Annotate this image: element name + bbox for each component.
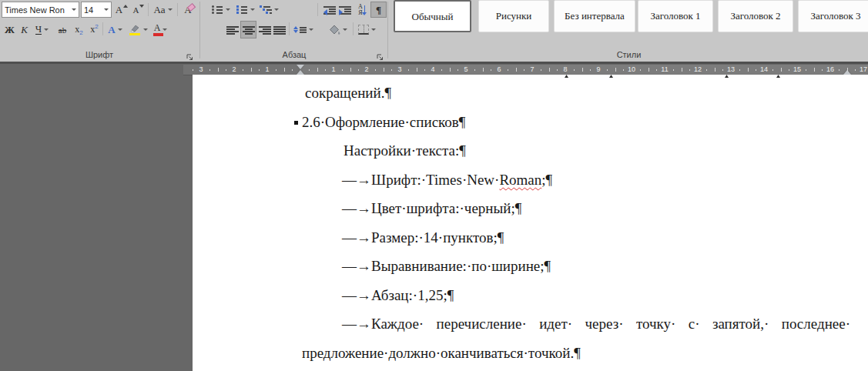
font-name-value: Times New Ron bbox=[5, 5, 69, 15]
bold-button[interactable]: Ж bbox=[2, 21, 17, 38]
ruler-tick bbox=[226, 69, 226, 71]
chevron-down-icon bbox=[143, 28, 148, 31]
bullets-button[interactable] bbox=[210, 2, 231, 18]
underline-button[interactable]: Ч bbox=[32, 21, 52, 38]
change-case-glyph: Aa bbox=[153, 4, 165, 16]
ribbon-group-paragraph: АЯ ¶ bbox=[202, 0, 387, 62]
font-color-glyph: А bbox=[154, 22, 161, 34]
ruler-tick bbox=[715, 68, 716, 72]
ruler-tick bbox=[384, 68, 384, 72]
ruler-tick bbox=[822, 69, 823, 71]
sort-button[interactable]: АЯ bbox=[354, 2, 370, 18]
shading-button[interactable] bbox=[326, 21, 350, 38]
font-color-button[interactable]: А bbox=[150, 21, 171, 38]
ruler-tick bbox=[375, 69, 376, 71]
style-card-6[interactable]: Заголовок 3 bbox=[798, 0, 868, 32]
styles-group-label: Стили bbox=[390, 50, 868, 59]
line-nastroyki-teksta: Настройки·текста:¶ bbox=[344, 141, 466, 160]
ruler-tick bbox=[342, 69, 343, 71]
ruler-tick bbox=[193, 69, 193, 71]
ruler-tick bbox=[847, 68, 848, 72]
line-shrift: —→Шрифт:·Times·New·Roman;¶ bbox=[342, 170, 552, 189]
clipped-text-descender bbox=[725, 75, 729, 78]
ruler-number: 16 bbox=[826, 65, 834, 73]
highlight-button[interactable] bbox=[127, 21, 149, 38]
font-dialog-launcher[interactable] bbox=[186, 51, 194, 59]
text-segment: ;¶ bbox=[541, 172, 552, 188]
line-spacing-icon bbox=[293, 26, 307, 34]
grow-font-button[interactable]: A bbox=[113, 2, 129, 18]
style-card-3[interactable]: Без интервала bbox=[554, 0, 635, 32]
paragraph-dialog-launcher[interactable] bbox=[376, 51, 384, 59]
strikethrough-button[interactable]: ab bbox=[54, 21, 71, 38]
style-card-4[interactable]: Заголовок 1 bbox=[638, 0, 713, 32]
ruler-tick bbox=[251, 68, 252, 72]
numbering-button[interactable] bbox=[235, 2, 256, 18]
chevron-down-icon bbox=[44, 28, 49, 31]
align-left-button[interactable] bbox=[226, 21, 239, 38]
subscript-mark: 2 bbox=[79, 29, 82, 36]
divider bbox=[148, 3, 149, 16]
chevron-down-icon bbox=[371, 28, 376, 31]
ruler-tick bbox=[524, 69, 524, 71]
align-center-button[interactable] bbox=[240, 21, 256, 38]
font-size-combobox[interactable]: 14 bbox=[81, 2, 112, 18]
align-right-button[interactable] bbox=[258, 21, 271, 38]
divider bbox=[102, 22, 103, 35]
document-page[interactable]: сокращений.¶2.6·Оформление·списков¶Настр… bbox=[193, 75, 868, 371]
ruler-tick bbox=[557, 69, 558, 71]
ruler-tick bbox=[855, 69, 856, 71]
clear-formatting-button[interactable]: A bbox=[179, 2, 196, 18]
decrease-indent-button[interactable] bbox=[323, 2, 337, 18]
line-spacing-button[interactable] bbox=[292, 21, 314, 38]
line-vyravnivanie: —→Выравнивание:·по·ширине;¶ bbox=[342, 256, 551, 276]
ruler-number: 12 bbox=[694, 65, 702, 73]
decrease-indent-icon bbox=[323, 5, 336, 15]
style-card-5[interactable]: Заголовок 2 bbox=[718, 0, 793, 32]
font-name-combobox[interactable]: Times New Ron bbox=[2, 2, 79, 18]
underline-glyph: Ч bbox=[35, 25, 42, 35]
misspelled-word: Roman bbox=[499, 172, 541, 188]
ruler-tick bbox=[350, 68, 351, 72]
ruler-tick bbox=[781, 68, 782, 72]
style-card-1[interactable]: Обычный bbox=[394, 0, 471, 32]
superscript-button[interactable]: x2 bbox=[87, 21, 102, 38]
chevron-down-icon bbox=[309, 28, 313, 31]
subscript-button[interactable]: x2 bbox=[72, 21, 86, 38]
ruler-tick bbox=[417, 68, 417, 72]
style-card-2[interactable]: Рисунки bbox=[478, 0, 549, 32]
horizontal-ruler[interactable]: 3211234567891011121314151617 bbox=[183, 65, 868, 75]
text-segment: —→Шрифт:·Times·New· bbox=[342, 172, 499, 188]
ruler-tick bbox=[615, 68, 616, 72]
ruler-tick bbox=[549, 68, 550, 72]
font-size-value: 14 bbox=[84, 5, 102, 15]
increase-indent-button[interactable] bbox=[338, 2, 352, 18]
multilevel-list-button[interactable] bbox=[258, 2, 280, 18]
change-case-button[interactable]: Aa bbox=[150, 2, 176, 18]
superscript-mark: 2 bbox=[95, 23, 98, 30]
text-effects-button[interactable]: A bbox=[105, 21, 126, 38]
shrink-font-button[interactable]: A bbox=[130, 2, 146, 18]
line-kazhdoe: —→Каждое· перечисление· идет· через· точ… bbox=[342, 314, 850, 333]
chevron-down-icon bbox=[168, 8, 173, 11]
ruler-number: 9 bbox=[596, 65, 600, 73]
ruler-tick bbox=[673, 69, 674, 71]
line-razmer: —→Размер:·14·пунктов;¶ bbox=[342, 228, 504, 247]
chevron-down-icon bbox=[104, 8, 109, 11]
first-line-indent-marker[interactable] bbox=[297, 65, 304, 69]
ruler-tick bbox=[682, 68, 682, 72]
borders-button[interactable] bbox=[356, 21, 378, 38]
borders-icon bbox=[358, 25, 369, 35]
show-marks-button[interactable]: ¶ bbox=[370, 2, 387, 18]
font-group-label: Шрифт bbox=[0, 50, 199, 59]
list-bullet-square bbox=[294, 121, 298, 125]
italic-button[interactable]: K bbox=[18, 21, 31, 38]
paint-bucket-icon bbox=[329, 25, 340, 35]
ruler-number: 17 bbox=[860, 65, 867, 73]
text-effects-glyph: A bbox=[108, 24, 115, 36]
clipped-text-descender bbox=[565, 75, 568, 78]
justify-button[interactable] bbox=[273, 21, 287, 38]
ruler-tick bbox=[756, 69, 756, 71]
ruler-tick bbox=[789, 69, 789, 71]
ruler-tick bbox=[276, 69, 276, 71]
